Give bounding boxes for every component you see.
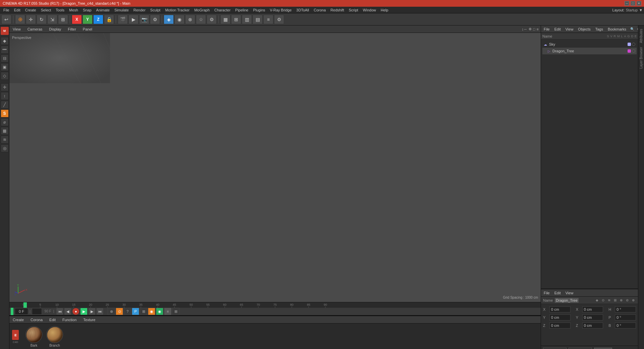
menu-create[interactable]: Create — [23, 7, 38, 13]
render-region[interactable]: 🎬 — [118, 15, 128, 24]
om-objects[interactable]: Objects — [577, 27, 592, 32]
viewport-icon-square[interactable]: □ — [533, 27, 535, 31]
render-picture-viewer[interactable]: 📷 — [139, 15, 149, 24]
coord-system-dropdown[interactable]: World Object Local — [543, 348, 567, 349]
move-tool[interactable]: ✛ — [26, 15, 36, 24]
attr-h-value[interactable]: 0 ° — [615, 306, 636, 312]
material-branch[interactable]: Branch — [46, 326, 63, 347]
lock-button[interactable]: 🔒 — [104, 15, 114, 24]
display-mode-1[interactable]: ◈ — [164, 15, 174, 24]
attr-btn6[interactable]: ⊘ — [625, 298, 630, 303]
menu-redshift[interactable]: Redshift — [328, 7, 346, 13]
attr-b-value[interactable]: 0 ° — [615, 322, 636, 329]
attr-btn1[interactable]: ◈ — [594, 298, 600, 303]
menu-animate[interactable]: Animate — [94, 7, 112, 13]
axis-y-button[interactable]: Y — [83, 15, 93, 24]
minimize-button[interactable]: ─ — [625, 1, 629, 6]
play-button[interactable]: ▶ — [80, 308, 88, 315]
display-mode-4[interactable]: ☆ — [196, 15, 206, 24]
attr-hy-value[interactable]: 0 cm — [582, 314, 603, 320]
tool-move[interactable]: ✛ — [1, 83, 9, 91]
render-settings[interactable]: ⚙ — [150, 15, 160, 24]
extra-btn[interactable]: ⚙ — [274, 15, 284, 24]
tool-layers[interactable]: ◎ — [1, 144, 9, 152]
material-corona[interactable]: Corona — [29, 317, 44, 322]
object-item-dragon-tree[interactable]: ▷ Dragon_Tree — [542, 48, 637, 54]
split-vert[interactable]: ▥ — [242, 15, 252, 24]
menu-mesh[interactable]: Mesh — [67, 7, 80, 13]
viewport-menu-cameras[interactable]: Cameras — [26, 27, 44, 32]
split-horiz[interactable]: ▤ — [253, 15, 263, 24]
axis-x-button[interactable]: X — [72, 15, 82, 24]
go-to-start-button[interactable]: ⏮ — [56, 308, 63, 315]
viewport-menu-display[interactable]: Display — [48, 27, 62, 32]
attr-y-value[interactable]: 0 cm — [549, 314, 571, 320]
anim-plus-button[interactable]: ⊞ — [140, 308, 147, 315]
tool-scale[interactable]: ↕ — [1, 92, 9, 100]
sky-toggle[interactable] — [632, 43, 635, 46]
bark-material-ball[interactable] — [25, 326, 42, 343]
menu-plugins[interactable]: Plugins — [251, 7, 267, 13]
grid-button[interactable]: ▦ — [220, 15, 230, 24]
viewport-icon-menu[interactable]: ≡ — [537, 27, 539, 31]
go-to-end-button[interactable]: ⏭ — [96, 308, 104, 315]
viewport-icon-move[interactable]: ↕↔ — [522, 27, 527, 31]
display-mode-3[interactable]: ⊗ — [185, 15, 195, 24]
om-view[interactable]: View — [564, 27, 575, 32]
attr-x-value[interactable]: 0 cm — [549, 306, 571, 312]
menu-script[interactable]: Script — [347, 7, 360, 13]
viewport-menu-view[interactable]: View — [11, 27, 22, 32]
dragon-tree-toggle[interactable] — [632, 49, 635, 53]
material-bark[interactable]: Bark — [25, 326, 42, 347]
menu-pipeline[interactable]: Pipeline — [233, 7, 250, 13]
menu-file[interactable]: File — [1, 7, 11, 13]
menu-window[interactable]: Window — [361, 7, 378, 13]
material-create[interactable]: Create — [11, 317, 25, 322]
close-button[interactable]: ✕ — [637, 1, 641, 6]
tool-line[interactable]: ╱ — [1, 101, 9, 109]
apply-button[interactable]: Apply — [594, 348, 612, 349]
attr-hx-value[interactable]: 0 cm — [582, 306, 603, 312]
menu-help[interactable]: Help — [379, 7, 390, 13]
layer-browser-tab[interactable]: Layer Browser — [638, 45, 644, 70]
menu-sculpt[interactable]: Sculpt — [148, 7, 163, 13]
menu-select[interactable]: Select — [39, 7, 53, 13]
next-frame-button[interactable]: ▶ — [88, 308, 96, 315]
layout-dropdown-icon[interactable]: ▼ — [639, 8, 643, 12]
material-texture[interactable]: Texture — [82, 317, 97, 322]
attr-btn3[interactable]: ≋ — [606, 298, 612, 303]
attr-z-value[interactable]: 0 cm — [549, 322, 571, 329]
render-active[interactable]: ▶ — [128, 15, 139, 24]
om-search[interactable]: 🔍 — [630, 27, 635, 32]
viewport-menu-filter[interactable]: Filter — [66, 27, 77, 32]
tool-s-icon[interactable]: S — [1, 109, 9, 117]
om-file[interactable]: File — [542, 27, 551, 32]
attr-edit[interactable]: Edit — [553, 290, 562, 296]
anim-record-button[interactable]: ⊙ — [116, 308, 123, 315]
tool-sculpt2[interactable]: ⌀ — [1, 118, 9, 126]
scale-dropdown[interactable]: Scale — [569, 348, 592, 349]
menu-simulate[interactable]: Simulate — [112, 7, 131, 13]
menu-corona[interactable]: Corona — [312, 7, 328, 13]
tool-points[interactable]: ••• — [1, 46, 9, 54]
tool-grid2[interactable]: ▦ — [1, 127, 9, 135]
anim-key-button[interactable]: ⊗ — [108, 308, 115, 315]
anim-more-button[interactable]: ≡ — [164, 308, 171, 315]
om-bookmarks[interactable]: Bookmarks — [606, 27, 628, 32]
tool-model[interactable]: ◆ — [1, 37, 9, 45]
tool-polys[interactable]: ▣ — [1, 63, 9, 71]
object-item-sky[interactable]: ☁ Sky — [542, 41, 637, 48]
tool-paint[interactable]: ≋ — [1, 136, 9, 144]
anim-motion-button[interactable]: P — [132, 308, 139, 315]
display-mode-5[interactable]: ⚙ — [207, 15, 217, 24]
attr-file[interactable]: File — [542, 290, 551, 296]
menu-mograph[interactable]: MoGraph — [192, 7, 212, 13]
menu-3dtoall[interactable]: 3DToAll — [294, 7, 311, 13]
select-tool[interactable]: ⊕ — [15, 15, 25, 24]
timeline-ruler[interactable]: 0 5 10 15 20 25 30 35 — [9, 302, 541, 308]
prev-frame-button[interactable]: ◀ — [64, 308, 71, 315]
current-frame-input[interactable] — [15, 308, 28, 315]
menu-motiontracker[interactable]: Motion Tracker — [163, 7, 192, 13]
tool-object[interactable]: ◇ — [1, 72, 9, 80]
menu-vray[interactable]: V-Ray Bridge — [268, 7, 294, 13]
